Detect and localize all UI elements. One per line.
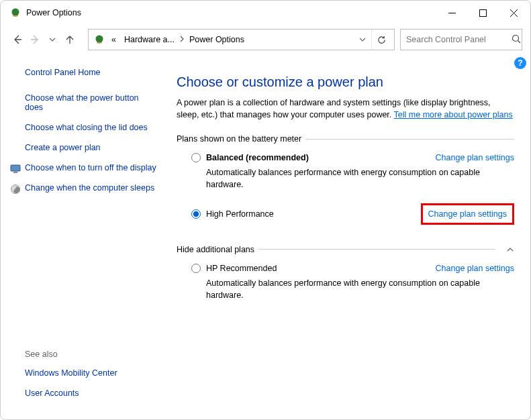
change-settings-balanced[interactable]: Change plan settings (436, 153, 514, 162)
refresh-button[interactable] (371, 30, 391, 50)
plan-high-performance: High Performance Change plan settings (177, 203, 514, 225)
see-also-user-accounts[interactable]: User Accounts (25, 388, 159, 398)
plan-high-performance-radio-label[interactable]: High Performance (191, 209, 274, 219)
change-settings-hp-recommended[interactable]: Change plan settings (436, 264, 514, 273)
page-description: A power plan is a collection of hardware… (177, 97, 514, 121)
breadcrumb-segment-power-options[interactable]: Power Options (185, 35, 248, 44)
change-settings-high-performance[interactable]: Change plan settings (428, 209, 507, 219)
breadcrumb-prefix[interactable]: « (107, 35, 120, 44)
sidebar-link-turn-off-display[interactable]: Choose when to turn off the display (25, 163, 159, 172)
plan-balanced-radio-label[interactable]: Balanced (recommended) (191, 153, 309, 162)
highlighted-change-settings: Change plan settings (421, 203, 514, 225)
title-bar: Power Options (1, 1, 530, 25)
address-bar[interactable]: « Hardware a... Power Options (88, 29, 395, 50)
plan-balanced: Balanced (recommended) Change plan setti… (177, 153, 514, 191)
svg-line-9 (518, 40, 521, 43)
plan-high-performance-name: High Performance (206, 209, 274, 219)
tell-me-more-link[interactable]: Tell me more about power plans (394, 110, 513, 119)
search-input[interactable] (406, 35, 512, 44)
search-icon[interactable] (512, 34, 521, 46)
maximize-button[interactable] (467, 2, 498, 23)
page-heading: Choose or customize a power plan (177, 74, 514, 90)
plan-hp-recommended: HP Recommended Change plan settings Auto… (177, 264, 514, 301)
see-also-header: See also (25, 350, 159, 359)
plan-balanced-desc: Automatically balances performance with … (206, 166, 514, 191)
svg-rect-2 (479, 9, 486, 16)
plan-hp-recommended-radio-label[interactable]: HP Recommended (191, 264, 277, 273)
sidebar-link-closing-lid[interactable]: Choose what closing the lid does (25, 123, 159, 132)
search-box[interactable] (400, 29, 522, 50)
svg-point-0 (12, 9, 19, 16)
plan-balanced-radio[interactable] (191, 153, 201, 162)
collapse-icon[interactable] (495, 246, 514, 254)
forward-button[interactable] (26, 30, 44, 50)
breadcrumb-segment-hardware[interactable]: Hardware a... (120, 35, 179, 44)
svg-point-8 (513, 35, 519, 41)
up-button[interactable] (61, 30, 79, 50)
recent-dropdown-button[interactable] (44, 30, 61, 50)
svg-rect-10 (11, 165, 20, 171)
see-also-section: See also Windows Mobility Center User Ac… (25, 350, 159, 406)
address-dropdown-button[interactable] (354, 30, 371, 50)
sidebar-link-power-button[interactable]: Choose what the power button does (25, 93, 159, 112)
sidebar-link-computer-sleeps[interactable]: Change when the computer sleeps (25, 183, 159, 193)
monitor-icon (10, 164, 21, 174)
group-hide-additional-plans[interactable]: Hide additional plans (177, 245, 514, 254)
power-options-icon (91, 34, 107, 45)
window-title: Power Options (26, 8, 81, 17)
sidebar: Control Panel Home Choose what the power… (1, 57, 167, 419)
plan-balanced-name: Balanced (recommended) (206, 153, 309, 162)
plan-hp-recommended-desc: Automatically balances performance with … (206, 277, 514, 301)
chevron-right-icon (179, 35, 185, 44)
svg-rect-11 (13, 172, 17, 173)
sleep-icon (10, 184, 21, 195)
toolbar: « Hardware a... Power Options (1, 25, 530, 57)
see-also-mobility-center[interactable]: Windows Mobility Center (25, 368, 159, 378)
sidebar-link-create-plan[interactable]: Create a power plan (25, 143, 159, 152)
power-options-app-icon (10, 7, 21, 18)
help-button[interactable]: ? (514, 57, 526, 69)
svg-point-7 (96, 36, 103, 43)
plan-hp-recommended-name: HP Recommended (206, 264, 277, 273)
plan-high-performance-radio[interactable] (191, 209, 201, 219)
main-panel: ? Choose or customize a power plan A pow… (167, 57, 530, 419)
back-button[interactable] (9, 30, 26, 50)
minimize-button[interactable] (436, 2, 467, 23)
plan-hp-recommended-radio[interactable] (191, 264, 201, 273)
close-button[interactable] (498, 2, 529, 23)
group-shown-on-battery-meter: Plans shown on the battery meter (177, 134, 514, 144)
sidebar-control-panel-home[interactable]: Control Panel Home (25, 68, 159, 77)
